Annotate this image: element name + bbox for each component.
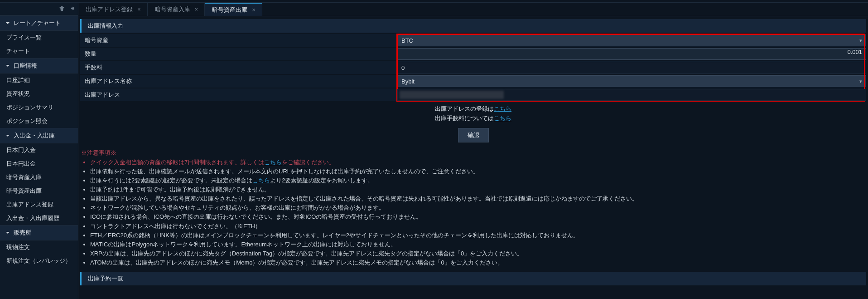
crypto-select[interactable]: BTC ▾: [397, 34, 866, 46]
nav-section-title: 入出金・入出庫: [14, 132, 55, 140]
nav-item[interactable]: 新規注文（レバレッジ）: [0, 254, 78, 268]
fee-info-link[interactable]: こちら: [494, 115, 511, 122]
nav-item[interactable]: 入出金・入出庫履歴: [0, 211, 78, 225]
nav-item[interactable]: 暗号資産出庫: [0, 184, 78, 198]
close-icon[interactable]: ×: [195, 6, 198, 13]
trash-icon[interactable]: [59, 5, 65, 13]
nav-item[interactable]: 現物注文: [0, 240, 78, 254]
notice-item: コントラクトアドレスへ出庫は行わないでください。（※ETH）: [90, 222, 867, 231]
address-name-value: Bybit: [401, 78, 415, 85]
register-link-prefix: 出庫アドレスの登録は: [435, 105, 494, 112]
notice-item: 当該出庫アドレスから、異なる暗号資産の出庫をされたり、誤ったアドレスを指定して出…: [90, 194, 867, 203]
nav-section-title: 販売所: [14, 229, 31, 237]
notice-item: MATICの出庫はPolygonネットワークを利用しています。Ethereumネ…: [90, 240, 867, 249]
nav-section-title: レート／チャート: [14, 19, 61, 27]
chevron-down-icon: [5, 21, 10, 25]
collapse-sidebar-icon[interactable]: [69, 5, 75, 13]
address-display: [397, 89, 866, 101]
quantity-input[interactable]: 0.001: [397, 48, 866, 60]
register-address-link[interactable]: こちら: [494, 105, 511, 112]
notice-header: ※注意事項※: [81, 149, 867, 157]
notice-item: ネットワークが混雑している場合やセキュリティの観点から、お客様の出庫にお時間がか…: [90, 203, 867, 212]
nav-section-header[interactable]: 入出金・入出庫: [0, 128, 78, 143]
nav-item[interactable]: 出庫アドレス登録: [0, 198, 78, 211]
notice-item: ATOMの出庫は、出庫先のアドレスのほかに宛先メモ（Memo）の指定が必要です。…: [90, 258, 867, 267]
tab-label: 出庫アドレス登録: [86, 5, 133, 14]
label-crypto: 暗号資産: [80, 34, 397, 47]
notice-list: クイック入金相当額の資産の移転は7日間制限されます。詳しくはこちらをご確認くださ…: [90, 158, 867, 268]
nav-item[interactable]: プライス一覧: [0, 31, 78, 44]
tab-label: 暗号資産入庫: [155, 5, 190, 14]
fee-link-prefix: 出庫手数料については: [435, 115, 494, 122]
notice-item: 出庫を行うには2要素認証の設定が必要です。未設定の場合はこちらより2要素認証の設…: [90, 176, 867, 185]
label-fee: 手数料: [80, 61, 397, 74]
chevron-down-icon: [5, 64, 10, 68]
nav-item[interactable]: ポジション照会: [0, 114, 78, 128]
chevron-down-icon: [5, 230, 10, 235]
chevron-down-icon: [5, 133, 10, 138]
tab-strip: 出庫アドレス登録×暗号資産入庫×暗号資産出庫×: [78, 3, 868, 16]
sidebar: レート／チャートプライス一覧チャート口座情報口座詳細資産状況ポジションサマリポジ…: [0, 3, 78, 299]
tab[interactable]: 暗号資産出庫×: [205, 3, 262, 16]
notice-item: クイック入金相当額の資産の移転は7日間制限されます。詳しくはこちらをご確認くださ…: [90, 158, 867, 167]
notice-item: XRPの出庫は、出庫先のアドレスのほかに宛先タグ（Destination Tag…: [90, 249, 867, 258]
close-icon[interactable]: ×: [252, 6, 256, 13]
label-address-name: 出庫アドレス名称: [80, 75, 397, 88]
close-icon[interactable]: ×: [137, 6, 141, 13]
label-quantity: 数量: [80, 48, 397, 60]
tab-label: 暗号資産出庫: [212, 6, 247, 14]
notice-link[interactable]: こちら: [252, 177, 270, 184]
notice-item: 出庫依頼を行った後、出庫確認メールが送信されます。メール本文内のURLを押下しな…: [90, 167, 867, 176]
tab[interactable]: 暗号資産入庫×: [148, 3, 205, 16]
notice-link[interactable]: こちら: [264, 159, 282, 166]
nav-section-title: 口座情報: [14, 62, 37, 70]
notice-item: ETH／ERC20系の銘柄（LINK等）の出庫はメインブロックチェーンを利用して…: [90, 231, 867, 240]
confirm-button[interactable]: 確認: [458, 128, 489, 142]
tab[interactable]: 出庫アドレス登録×: [78, 3, 148, 16]
nav-item[interactable]: 日本円出金: [0, 157, 78, 171]
chevron-down-icon: ▾: [859, 38, 862, 44]
sidebar-top-icons: [0, 3, 78, 15]
section-header-reservation-list: 出庫予約一覧: [80, 272, 866, 285]
content-body: 出庫情報入力 暗号資産 BTC ▾ 数量: [78, 16, 868, 299]
notice-item: ICOに参加される場合、ICO先への直接の出庫は行わないでください。また、対象I…: [90, 212, 867, 221]
nav-item[interactable]: 口座詳細: [0, 74, 78, 87]
nav-item[interactable]: 資産状況: [0, 87, 78, 101]
chevron-down-icon: ▾: [859, 78, 862, 84]
crypto-select-value: BTC: [401, 37, 413, 44]
helper-links: 出庫アドレスの登録はこちら 出庫手数料についてはこちら: [79, 104, 867, 123]
address-name-select[interactable]: Bybit ▾: [397, 75, 866, 87]
nav-section-header[interactable]: 販売所: [0, 225, 78, 240]
nav-section-header[interactable]: 口座情報: [0, 58, 78, 74]
nav-item[interactable]: 暗号資産入庫: [0, 171, 78, 184]
notice-item: 出庫予約は1件まで可能です。出庫予約後は原則取消ができません。: [90, 185, 867, 194]
label-address: 出庫アドレス: [80, 88, 397, 101]
withdraw-form: 暗号資産 BTC ▾ 数量 0.001: [80, 34, 866, 102]
nav-item[interactable]: ポジションサマリ: [0, 101, 78, 114]
nav-item[interactable]: チャート: [0, 44, 78, 58]
fee-display: 0: [397, 62, 866, 74]
content-area: 出庫アドレス登録×暗号資産入庫×暗号資産出庫× 出庫情報入力 暗号資産 BTC …: [78, 3, 868, 299]
nav-item[interactable]: 日本円入金: [0, 143, 78, 157]
section-header-withdraw-input: 出庫情報入力: [80, 19, 866, 33]
nav-section-header[interactable]: レート／チャート: [0, 15, 78, 31]
